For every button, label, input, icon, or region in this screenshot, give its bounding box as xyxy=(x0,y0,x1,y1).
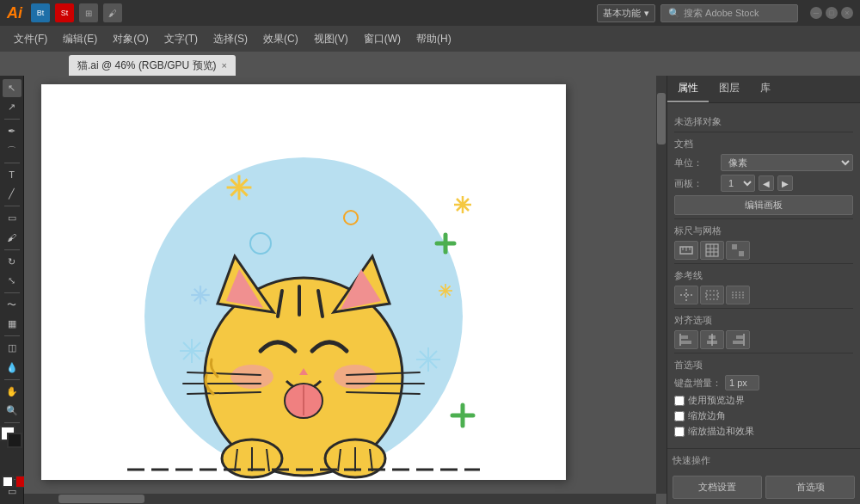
svg-rect-90 xyxy=(733,341,743,344)
document-tab[interactable]: 猫.ai @ 46% (RGB/GPU 预览) × xyxy=(69,55,236,76)
divider-2 xyxy=(674,218,853,219)
keyboard-increment-label: 键盘增量： xyxy=(674,377,722,390)
artboard-row: 画板： 1 ◀ ▶ xyxy=(674,175,853,192)
graph-tool[interactable]: ▦ xyxy=(3,315,22,333)
stock-search-box[interactable]: 🔍 搜索 Adobe Stock xyxy=(660,4,798,22)
horizontal-scrollbar-thumb[interactable] xyxy=(58,495,144,503)
paintbrush-tool[interactable]: 🖌 xyxy=(3,228,22,246)
menu-window[interactable]: 窗口(W) xyxy=(357,28,408,50)
minimize-button[interactable]: ─ xyxy=(810,7,822,19)
grid-icon-btn[interactable] xyxy=(700,241,724,260)
close-button[interactable]: × xyxy=(841,7,853,19)
svg-rect-83 xyxy=(681,335,688,339)
search-placeholder: 搜索 Adobe Stock xyxy=(684,7,759,20)
ruler-grid-icons xyxy=(674,241,853,260)
guides-icon-btn-3[interactable] xyxy=(726,286,750,304)
left-toolbar: ↖ ↗ ✒ ⌒ T ╱ ▭ 🖌 ↻ ⤡ 〜 ▦ ◫ 💧 ✋ 🔍 ▭ xyxy=(0,76,24,504)
menu-effect[interactable]: 效果(C) xyxy=(256,28,305,50)
scale-corners-checkbox[interactable] xyxy=(674,411,685,421)
warp-tool[interactable]: 〜 xyxy=(3,296,22,314)
document-section-title: 文档 xyxy=(674,138,853,151)
svg-rect-72 xyxy=(732,244,737,249)
keyboard-increment-input[interactable] xyxy=(725,375,759,390)
direct-select-tool[interactable]: ↗ xyxy=(3,98,22,116)
tab-properties[interactable]: 属性 xyxy=(667,76,709,102)
align-right-btn[interactable] xyxy=(726,330,750,349)
eyedropper-tool[interactable]: 💧 xyxy=(3,358,22,376)
workspace-chevron: ▾ xyxy=(644,8,649,19)
scale-stroke-effects-checkbox[interactable] xyxy=(674,427,685,437)
horizontal-scrollbar[interactable] xyxy=(24,494,656,504)
line-tool[interactable]: ╱ xyxy=(3,185,22,203)
align-left-btn[interactable] xyxy=(674,330,698,349)
workspace-select[interactable]: 基本功能 ▾ xyxy=(597,4,655,22)
pen-tool[interactable]: ✒ xyxy=(3,122,22,140)
select-tool[interactable]: ↖ xyxy=(3,79,22,97)
rectangle-tool[interactable]: ▭ xyxy=(3,209,22,227)
color-swatches xyxy=(0,426,24,459)
artboard-label: 画板： xyxy=(674,177,717,190)
align-icons xyxy=(674,330,853,349)
vertical-scrollbar[interactable] xyxy=(656,76,666,494)
gradient-tool[interactable]: ◫ xyxy=(3,339,22,357)
workspace-layout-icon[interactable]: ⊞ xyxy=(79,3,98,22)
none-swatch[interactable] xyxy=(2,476,14,488)
divider-4 xyxy=(674,308,853,309)
menu-edit[interactable]: 编辑(E) xyxy=(56,28,104,50)
stroke-swatch[interactable] xyxy=(7,433,22,448)
document-settings-button[interactable]: 文档设置 xyxy=(673,476,762,499)
tab-bar: 猫.ai @ 46% (RGB/GPU 预览) × xyxy=(0,52,860,76)
tab-library[interactable]: 库 xyxy=(750,76,781,102)
tab-close-button[interactable]: × xyxy=(222,60,227,71)
menu-select[interactable]: 选择(S) xyxy=(206,28,255,50)
menu-view[interactable]: 视图(V) xyxy=(307,28,355,50)
unit-select[interactable]: 像素 xyxy=(721,154,853,171)
svg-rect-78 xyxy=(706,291,718,299)
divider-3 xyxy=(674,263,853,264)
guides-icon-btn-1[interactable] xyxy=(674,286,698,304)
paint-icon[interactable]: 🖌 xyxy=(103,3,122,22)
stock-icon[interactable]: St xyxy=(55,3,74,22)
scale-tool[interactable]: ⤡ xyxy=(3,272,22,290)
preferences-section-title: 首选项 xyxy=(674,359,853,372)
menu-help[interactable]: 帮助(H) xyxy=(409,28,458,50)
canvas-scroll[interactable] xyxy=(24,76,666,504)
artboard-prev[interactable]: ◀ xyxy=(759,175,774,191)
quick-actions-label: 快速操作 xyxy=(673,454,855,467)
edit-artboard-button[interactable]: 编辑画板 xyxy=(674,195,853,215)
preferences-button[interactable]: 首选项 xyxy=(765,476,855,499)
svg-rect-84 xyxy=(681,341,691,344)
menu-file[interactable]: 文件(F) xyxy=(7,28,54,50)
artboard-next[interactable]: ▶ xyxy=(777,175,793,191)
bridge-icon[interactable]: Bt xyxy=(31,3,50,22)
use-preview-bounds-checkbox[interactable] xyxy=(674,396,685,406)
quick-actions: 快速操作 xyxy=(667,448,860,476)
title-bar: Ai Bt St ⊞ 🖌 基本功能 ▾ 🔍 搜索 Adobe Stock ─ □… xyxy=(0,0,860,26)
ruler-grid-label: 标尺与网格 xyxy=(674,224,853,237)
tab-layers[interactable]: 图层 xyxy=(709,76,750,102)
vertical-scrollbar-thumb[interactable] xyxy=(657,93,666,144)
menu-object[interactable]: 对象(O) xyxy=(106,28,155,50)
maximize-button[interactable]: □ xyxy=(826,7,838,19)
pixel-preview-icon-btn[interactable] xyxy=(726,241,750,260)
scale-stroke-effects-row: 缩放描边和效果 xyxy=(674,425,853,438)
align-center-btn[interactable] xyxy=(700,330,724,349)
artboard xyxy=(41,84,566,480)
guides-icon-btn-2[interactable] xyxy=(700,286,724,304)
zoom-tool[interactable]: 🔍 xyxy=(3,402,22,420)
rotate-tool[interactable]: ↻ xyxy=(3,253,22,271)
curvature-tool[interactable]: ⌒ xyxy=(3,142,22,160)
cat-svg xyxy=(41,84,566,480)
menu-text[interactable]: 文字(T) xyxy=(157,28,205,50)
divider-1 xyxy=(674,132,853,132)
window-controls: ─ □ × xyxy=(810,7,853,19)
scale-stroke-effects-label: 缩放描边和效果 xyxy=(688,425,754,438)
guides-icons xyxy=(674,286,853,304)
hand-tool[interactable]: ✋ xyxy=(3,383,22,401)
edit-artboard-row: 编辑画板 xyxy=(674,195,853,215)
none-swatches xyxy=(0,460,24,476)
type-tool[interactable]: T xyxy=(3,166,22,184)
divider-5 xyxy=(674,353,853,353)
ruler-icon-btn[interactable] xyxy=(674,241,698,260)
artboard-select[interactable]: 1 xyxy=(721,175,755,192)
